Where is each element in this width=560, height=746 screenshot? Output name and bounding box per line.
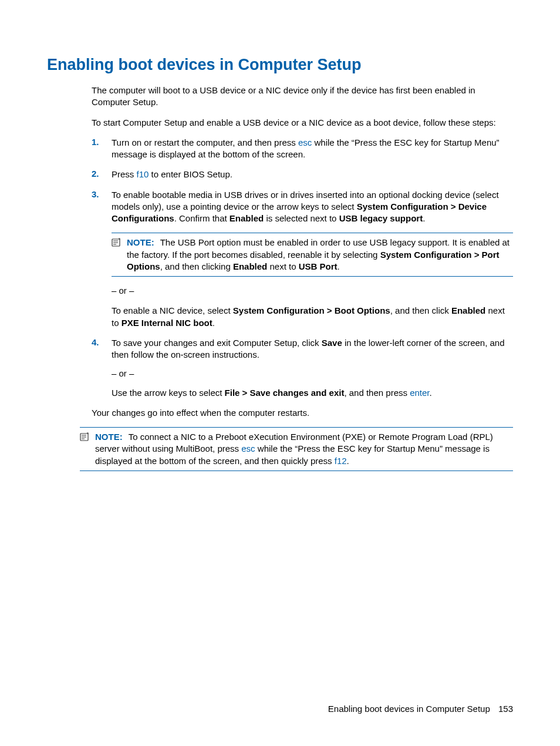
note-box: NOTE:The USB Port option must be enabled… (112, 233, 513, 277)
step-2: 2. Press f10 to enter BIOS Setup. (92, 169, 513, 180)
or-separator: – or – (112, 285, 513, 297)
bold-text: USB legacy support (339, 213, 423, 223)
text: To enable a NIC device, select (112, 305, 233, 315)
intro-section: The computer will boot to a USB device o… (92, 85, 513, 129)
note-label: NOTE: (95, 432, 123, 442)
note-icon (112, 238, 121, 247)
bold-text: USB Port (299, 261, 338, 271)
bold-text: Enabled (233, 261, 267, 271)
key-f10: f10 (137, 169, 149, 179)
footer-title: Enabling boot devices in Computer Setup (328, 704, 490, 714)
note-box: NOTE:To connect a NIC to a Preboot eXecu… (80, 427, 513, 471)
text: . (338, 261, 340, 271)
note-text: NOTE:The USB Port option must be enabled… (127, 237, 513, 273)
text: . (423, 213, 425, 223)
text: is selected next to (264, 213, 339, 223)
step-content: To save your changes and exit Computer S… (112, 337, 513, 399)
text: to enter BIOS Setup. (149, 169, 232, 179)
text: . (430, 388, 432, 398)
document-page: Enabling boot devices in Computer Setup … (0, 0, 560, 503)
text: . Confirm that (174, 213, 230, 223)
step-number: 3. (92, 189, 112, 199)
page-heading: Enabling boot devices in Computer Setup (47, 56, 513, 74)
text: Use the arrow keys to select (112, 388, 225, 398)
step-4: 4. To save your changes and exit Compute… (92, 337, 513, 399)
text: . (212, 318, 215, 328)
step-3-continuation: – or – To enable a NIC device, select Sy… (112, 285, 513, 329)
step-content: Turn on or restart the computer, and the… (112, 137, 513, 161)
intro-paragraph-2: To start Computer Setup and enable a USB… (92, 117, 513, 129)
note-text: NOTE:To connect a NIC to a Preboot eXecu… (95, 431, 513, 467)
step-number: 2. (92, 169, 112, 179)
bold-text: Enabled (451, 305, 485, 315)
page-footer: Enabling boot devices in Computer Setup … (328, 704, 513, 714)
key-enter: enter (410, 388, 429, 398)
text: , and then clicking (160, 261, 233, 271)
text: To save your changes and exit Computer S… (112, 338, 322, 348)
step-3: 3. To enable bootable media in USB drive… (92, 189, 513, 225)
intro-paragraph-1: The computer will boot to a USB device o… (92, 85, 513, 109)
bold-text: File > Save changes and exit (225, 388, 345, 398)
step-number: 1. (92, 137, 112, 147)
text: Turn on or restart the computer, and the… (112, 137, 298, 147)
text: Press (112, 169, 137, 179)
key-esc: esc (298, 137, 312, 147)
outro-section: Your changes go into effect when the com… (92, 407, 513, 419)
nic-paragraph: To enable a NIC device, select System Co… (112, 305, 513, 329)
page-number: 153 (498, 704, 513, 714)
step-number: 4. (92, 337, 112, 347)
step-1: 1. Turn on or restart the computer, and … (92, 137, 513, 161)
text: , and then press (344, 388, 410, 398)
step-content: Press f10 to enter BIOS Setup. (112, 169, 513, 180)
step-content: To enable bootable media in USB drives o… (112, 189, 513, 225)
or-separator: – or – (112, 368, 513, 379)
note-label: NOTE: (127, 237, 154, 247)
bold-text: Enabled (230, 213, 264, 223)
text: next to (267, 261, 298, 271)
key-f12: f12 (335, 456, 347, 466)
key-esc: esc (241, 443, 255, 453)
bold-text: PXE Internal NIC boot (122, 318, 212, 328)
text: , and then click (390, 305, 451, 315)
outro-paragraph: Your changes go into effect when the com… (92, 407, 513, 419)
steps-list: 1. Turn on or restart the computer, and … (92, 137, 513, 399)
note-icon (80, 432, 89, 442)
text: . (347, 456, 349, 466)
bold-text: Save (322, 338, 342, 348)
bold-text: System Configuration > Boot Options (233, 305, 390, 315)
